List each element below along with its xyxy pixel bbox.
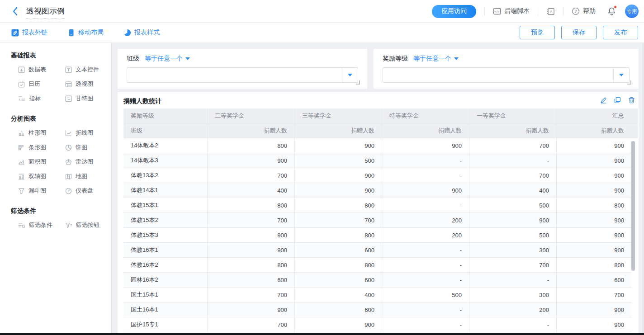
sidebar-item-pie-chart[interactable]: 饼图 xyxy=(65,140,112,155)
mobile-layout-button[interactable]: 移动布局 xyxy=(67,28,104,37)
app-header: 透视图示例 应用访问 </> 后端脚本 A ? 帮助 专用 xyxy=(0,0,644,23)
preview-button[interactable]: 预览 xyxy=(520,26,555,39)
pivot-body: 14体教本2800900900700900 14体教本3900500--900 … xyxy=(123,138,638,332)
sidebar-item-data-table[interactable]: 数据表 xyxy=(18,62,65,77)
divider xyxy=(538,7,538,15)
section-title-analysis-charts: 分析图表 xyxy=(0,106,111,126)
filter-operator-dropdown[interactable]: 等于任意一个 xyxy=(145,55,190,63)
sidebar-item-indicator[interactable]: 4,80 指标 xyxy=(18,91,65,106)
smartphone-icon xyxy=(67,29,75,37)
sidebar-item-calendar[interactable]: 日历 xyxy=(18,77,65,91)
table-row: 国土15本1700400500300700 xyxy=(123,288,631,302)
report-external-link-button[interactable]: 报表外链 xyxy=(11,28,47,37)
page-title[interactable]: 透视图示例 xyxy=(26,6,65,19)
pivot-table: 奖励等级 二等奖学金 三等奖学金 特等奖学金 一等奖学金 汇总 班级 捐赠人数 … xyxy=(123,109,638,332)
widget-sidebar: 基础报表 数据表 文本控件 日历 透视图 4,80 指标 甘特图 分析图表 xyxy=(0,43,112,333)
radar-chart-icon xyxy=(65,159,72,165)
table-row: 14体教本3900500--900 xyxy=(123,153,631,168)
table-row: 体教15本1800800-500800 xyxy=(123,198,631,213)
sidebar-item-column-chart[interactable]: 柱形图 xyxy=(18,126,65,140)
svg-text:A: A xyxy=(550,9,553,14)
table-row: 体教15本2700700200900900 xyxy=(123,213,631,228)
edit-icon[interactable] xyxy=(600,97,607,104)
divider xyxy=(484,7,485,15)
divider xyxy=(563,7,564,15)
pivot-title: 捐赠人数统计 xyxy=(123,97,161,105)
filter-select-award-level[interactable] xyxy=(383,67,630,83)
filter-select-class[interactable] xyxy=(127,67,358,83)
filter-widget-class[interactable]: 班级 等于任意一个 xyxy=(118,49,367,89)
map-icon xyxy=(65,173,72,180)
sidebar-item-gantt[interactable]: 甘特图 xyxy=(65,91,112,106)
question-circle-icon: ? xyxy=(572,7,580,15)
table-vertical-scrollbar[interactable] xyxy=(631,141,635,271)
funnel-chart-icon xyxy=(18,188,25,194)
sidebar-item-area-chart[interactable]: 面积图 xyxy=(18,155,65,169)
resize-handle[interactable] xyxy=(627,80,631,85)
text-widget-icon xyxy=(65,66,72,73)
chevron-down-icon xyxy=(348,74,352,76)
help-button[interactable]: ? 帮助 xyxy=(572,7,596,15)
copy-icon[interactable] xyxy=(614,97,621,104)
app-access-button[interactable]: 应用访问 xyxy=(432,5,476,18)
address-book-icon: A xyxy=(546,7,555,16)
sidebar-item-filter-button[interactable]: 筛选按钮 xyxy=(65,218,112,232)
sidebar-item-dual-axis-chart[interactable]: 双轴图 xyxy=(18,169,65,184)
resize-handle[interactable] xyxy=(356,80,360,85)
sidebar-item-line-chart[interactable]: 折线图 xyxy=(65,126,112,140)
filter-operator-dropdown[interactable]: 等于任意一个 xyxy=(413,55,459,63)
sidebar-item-map[interactable]: 地图 xyxy=(65,169,112,184)
gantt-icon xyxy=(65,95,72,102)
filter-condition-icon xyxy=(18,222,25,229)
filter-widget-award-level[interactable]: 奖励等级 等于任意一个 xyxy=(374,49,639,89)
table-row: 体教16本2800800-700800 xyxy=(123,258,631,273)
table-row: 体教14本1400900900400900 xyxy=(123,183,631,198)
sidebar-item-filter-condition[interactable]: 筛选条件 xyxy=(18,218,65,232)
svg-text:4,80: 4,80 xyxy=(19,97,25,101)
report-toolbar: 报表外链 移动布局 报表样式 预览 保存 发布 xyxy=(0,23,644,43)
table-row: 国土16本1900600-200900 xyxy=(123,302,631,317)
table-row: 体教16本1900600-300900 xyxy=(123,243,631,258)
delete-icon[interactable] xyxy=(628,97,635,104)
table-row: 体教15本3900800200500900 xyxy=(123,228,631,243)
address-book-button[interactable]: A xyxy=(546,7,555,16)
pie-style-icon xyxy=(123,29,131,37)
avatar[interactable]: 专用 xyxy=(625,5,639,18)
pivot-header-row-groups: 奖励等级 二等奖学金 三等奖学金 特等奖学金 一等奖学金 汇总 xyxy=(123,109,638,123)
bottom-edge xyxy=(0,333,644,335)
pie-chart-icon xyxy=(65,144,72,151)
back-icon[interactable] xyxy=(12,6,21,16)
filter-label: 班级 xyxy=(127,55,139,63)
publish-button[interactable]: 发布 xyxy=(603,26,638,39)
indicator-icon: 4,80 xyxy=(18,95,25,102)
svg-text:?: ? xyxy=(574,9,577,14)
dual-axis-chart-icon xyxy=(18,173,25,180)
sidebar-item-funnel-chart[interactable]: 漏斗图 xyxy=(18,184,65,198)
page-scrollbar-track[interactable] xyxy=(643,43,644,333)
chevron-down-icon xyxy=(454,57,459,60)
pivot-header-row-measures: 班级 捐赠人数 捐赠人数 捐赠人数 捐赠人数 捐赠人数 xyxy=(123,123,638,138)
sidebar-item-radar-chart[interactable]: 雷达图 xyxy=(65,155,112,169)
sidebar-item-gauge[interactable]: 仪表盘 xyxy=(65,184,112,198)
sidebar-item-bar-chart[interactable]: 条形图 xyxy=(18,140,65,155)
filter-button-icon xyxy=(65,222,72,229)
notifications-button[interactable] xyxy=(607,7,616,16)
calendar-icon xyxy=(18,81,25,88)
chevron-down-icon xyxy=(619,74,624,76)
sidebar-item-pivot-table[interactable]: 透视图 xyxy=(65,77,112,91)
report-canvas: 班级 等于任意一个 奖励等级 等于任意一个 捐赠人数统计 xyxy=(112,43,644,333)
pivot-table-widget[interactable]: 捐赠人数统计 奖励等级 二等奖学金 三等奖学金 特等奖学金 一等奖学金 汇总 xyxy=(118,92,639,333)
line-chart-icon xyxy=(65,130,72,137)
area-chart-icon xyxy=(18,159,25,165)
data-table-icon xyxy=(18,66,25,73)
table-row: 体教13本2700900-700900 xyxy=(123,168,631,183)
backend-script-button[interactable]: </> 后端脚本 xyxy=(493,7,530,15)
svg-text:</>: </> xyxy=(495,9,500,14)
section-title-basic-reports: 基础报表 xyxy=(0,43,111,62)
gauge-icon xyxy=(65,188,72,194)
bar-chart-icon xyxy=(18,144,25,151)
report-style-button[interactable]: 报表样式 xyxy=(123,28,160,37)
save-button[interactable]: 保存 xyxy=(561,26,597,39)
table-row: 14体教本2800900900700900 xyxy=(123,138,631,153)
sidebar-item-text-widget[interactable]: 文本控件 xyxy=(65,62,112,77)
